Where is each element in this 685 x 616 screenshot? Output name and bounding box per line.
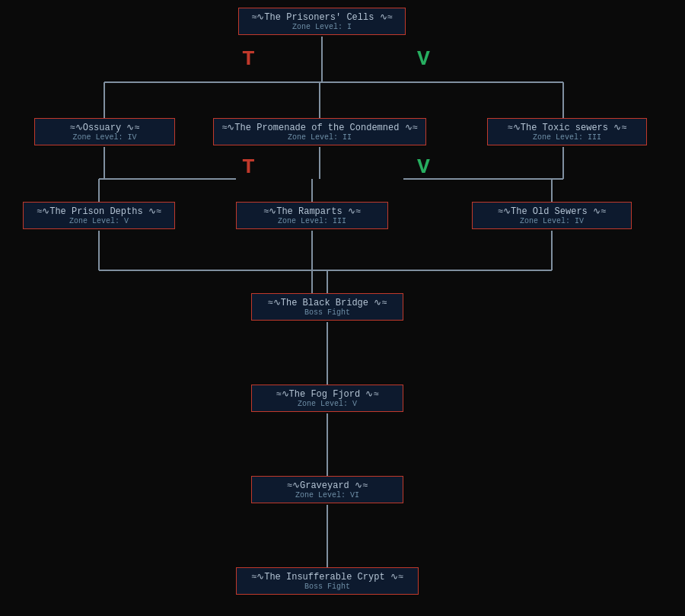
promenade-box[interactable]: ≈∿The Promenade of the Condemned ∿≈ Zone… (213, 118, 426, 145)
fog-fjord-level: Zone Level: V (258, 400, 397, 408)
promenade-level: Zone Level: II (220, 133, 419, 142)
t-label-1: T (242, 47, 255, 71)
ossuary-box[interactable]: ≈∿Ossuary ∿≈ Zone Level: IV (34, 118, 175, 145)
prisoners-cells-level: Zone Level: I (245, 23, 399, 31)
toxic-sewers-level: Zone Level: III (494, 133, 640, 142)
fog-fjord-box[interactable]: ≈∿The Fog Fjord ∿≈ Zone Level: V (251, 385, 403, 412)
old-sewers-level: Zone Level: IV (479, 217, 625, 225)
ossuary-level: Zone Level: IV (41, 133, 168, 142)
promenade-name: ≈∿The Promenade of the Condemned ∿≈ (220, 122, 419, 133)
prison-depths-box[interactable]: ≈∿The Prison Depths ∿≈ Zone Level: V (23, 202, 175, 229)
prisoners-cells-name: ≈∿The Prisoners' Cells ∿≈ (245, 11, 399, 23)
ramparts-level: Zone Level: III (243, 217, 381, 225)
insufferable-crypt-name: ≈∿The Insufferable Crypt ∿≈ (243, 571, 412, 582)
toxic-sewers-box[interactable]: ≈∿The Toxic sewers ∿≈ Zone Level: III (487, 118, 647, 145)
ramparts-box[interactable]: ≈∿The Ramparts ∿≈ Zone Level: III (236, 202, 388, 229)
t-label-2: T (242, 155, 255, 179)
old-sewers-name: ≈∿The Old Sewers ∿≈ (479, 206, 625, 217)
prisoners-cells-box[interactable]: ≈∿The Prisoners' Cells ∿≈ Zone Level: I (238, 8, 406, 35)
ramparts-name: ≈∿The Ramparts ∿≈ (243, 206, 381, 217)
prison-depths-name: ≈∿The Prison Depths ∿≈ (30, 206, 168, 217)
black-bridge-box[interactable]: ≈∿The Black Bridge ∿≈ Boss Fight (251, 293, 403, 321)
fog-fjord-name: ≈∿The Fog Fjord ∿≈ (258, 388, 397, 400)
prison-depths-level: Zone Level: V (30, 217, 168, 225)
graveyard-name: ≈∿Graveyard ∿≈ (258, 480, 397, 491)
ossuary-name: ≈∿Ossuary ∿≈ (41, 122, 168, 133)
v-label-1: V (417, 47, 430, 71)
black-bridge-name: ≈∿The Black Bridge ∿≈ (258, 297, 397, 308)
insufferable-crypt-level: Boss Fight (243, 582, 412, 591)
graveyard-box[interactable]: ≈∿Graveyard ∿≈ Zone Level: VI (251, 476, 403, 503)
v-label-2: V (417, 155, 430, 179)
graveyard-level: Zone Level: VI (258, 491, 397, 500)
black-bridge-level: Boss Fight (258, 308, 397, 317)
insufferable-crypt-box[interactable]: ≈∿The Insufferable Crypt ∿≈ Boss Fight (236, 567, 419, 595)
old-sewers-box[interactable]: ≈∿The Old Sewers ∿≈ Zone Level: IV (472, 202, 632, 229)
toxic-sewers-name: ≈∿The Toxic sewers ∿≈ (494, 122, 640, 133)
